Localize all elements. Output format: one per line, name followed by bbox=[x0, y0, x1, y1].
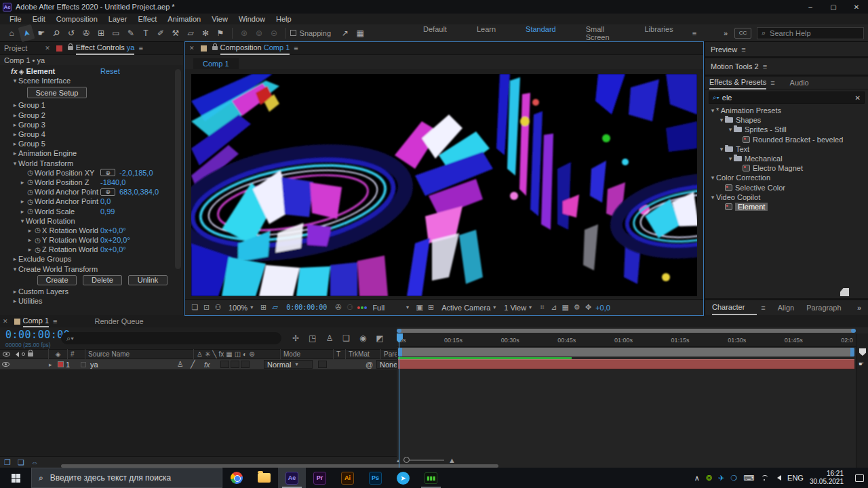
twirl-icon[interactable]: ▸ bbox=[12, 150, 18, 157]
work-area-bar[interactable] bbox=[398, 348, 854, 357]
viewer-timecode[interactable]: 0:00:00:00 bbox=[282, 304, 331, 311]
pan-behind-tool-icon[interactable]: ⊞ bbox=[94, 26, 108, 40]
wifi-icon[interactable] bbox=[760, 475, 768, 481]
snap-line-icon[interactable]: ↗ bbox=[338, 26, 353, 40]
taskbar-app-telegram[interactable]: ➤ bbox=[389, 468, 417, 488]
puppet-pin-tool-icon[interactable]: ⚑ bbox=[213, 26, 228, 40]
scrollbar[interactable] bbox=[175, 69, 181, 269]
view-axis-mode-icon[interactable]: ⊝ bbox=[267, 26, 281, 40]
eraser-tool-icon[interactable]: ▱ bbox=[183, 26, 198, 40]
effect-row-element[interactable]: fx◈ElementReset bbox=[0, 66, 183, 76]
menu-edit[interactable]: Edit bbox=[27, 15, 51, 23]
camera-dropdown[interactable]: Active Camera▾ bbox=[438, 304, 499, 312]
timeline-search-field[interactable]: ⌕▾ bbox=[61, 332, 281, 344]
taskbar-app-green-app[interactable]: ▮▮▮ bbox=[417, 468, 445, 488]
panel-menu-icon[interactable]: ≡ bbox=[138, 44, 142, 52]
layer-visibility-icon[interactable] bbox=[2, 362, 9, 367]
layer-fx-icon[interactable]: fx bbox=[204, 359, 220, 370]
tab-composition[interactable]: Composition Comp 1 bbox=[220, 42, 290, 55]
camera-nav-icon[interactable]: ✥ bbox=[583, 303, 594, 312]
always-preview-icon[interactable]: ❏ bbox=[189, 303, 201, 312]
transparency-grid-icon[interactable]: ⊞ bbox=[425, 303, 437, 312]
frame-blending-icon[interactable]: ❑ bbox=[342, 333, 350, 343]
panel-menu-icon[interactable]: ≡ bbox=[761, 304, 765, 312]
type-tool-icon[interactable]: T bbox=[138, 26, 153, 40]
layer-row-ya[interactable]: ▸ 1 ya ♙ ╱ fx Normal▾ @ No bbox=[0, 359, 397, 370]
workspace-standard[interactable]: Standard bbox=[511, 25, 571, 41]
menu-help[interactable]: Help bbox=[271, 15, 297, 23]
tab-effects-presets[interactable]: Effects & Presets bbox=[709, 77, 766, 89]
audio-column-icon[interactable] bbox=[13, 352, 19, 357]
source-name-column[interactable]: Source Name bbox=[85, 349, 194, 359]
comp-marker-icon[interactable] bbox=[859, 348, 866, 356]
preview-panel-header[interactable]: Preview≡ bbox=[705, 42, 868, 56]
menu-layer[interactable]: Layer bbox=[103, 15, 133, 23]
menu-window[interactable]: Window bbox=[233, 15, 271, 23]
choose-grid-icon[interactable]: ⊞ bbox=[258, 303, 269, 312]
twirl-icon[interactable]: ▸ bbox=[12, 140, 18, 147]
stopwatch-icon[interactable]: ◷ bbox=[33, 226, 42, 234]
draft-3d-icon[interactable]: ⊿ bbox=[548, 303, 559, 312]
transfer-controls-icon[interactable]: ❏ bbox=[18, 458, 24, 467]
effect-row-group-2[interactable]: ▸Group 2 bbox=[0, 110, 183, 120]
twirl-icon[interactable]: ▾ bbox=[19, 218, 26, 224]
magnification-dropdown[interactable]: 100%▾ bbox=[225, 304, 256, 312]
preset-row-selective-color[interactable]: Selective Color bbox=[705, 183, 868, 192]
preset-row--animation-presets[interactable]: ▾* Animation Presets bbox=[705, 106, 868, 115]
label-column-icon[interactable]: ◈ bbox=[49, 349, 68, 359]
stopwatch-icon[interactable]: ◷ bbox=[33, 237, 42, 244]
menu-composition[interactable]: Composition bbox=[51, 15, 103, 23]
effect-row-group-1[interactable]: ▸Group 1 bbox=[0, 100, 183, 110]
effect-row-world-position-xy[interactable]: ◷World Position XY⊕-2,0,185,0 bbox=[0, 168, 183, 178]
timeline-zoom-control[interactable]: ▴ ▲ bbox=[397, 456, 456, 464]
layer-twirl-icon[interactable]: ▸ bbox=[49, 359, 56, 370]
shape-tool-icon[interactable]: ▭ bbox=[108, 26, 123, 40]
home-icon[interactable]: ⌂ bbox=[4, 26, 19, 40]
tray-chevron-icon[interactable]: ∧ bbox=[694, 474, 700, 483]
effect-row-world-anchor-point[interactable]: ▸◷World Anchor Point0,0 bbox=[0, 197, 183, 206]
preset-row-electro-magnet[interactable]: Electro Magnet bbox=[705, 163, 868, 173]
stopwatch-icon[interactable]: ◷ bbox=[26, 178, 35, 186]
search-help-field[interactable]: ⌕ Search Help bbox=[757, 27, 864, 39]
zoom-in-icon[interactable]: ▲ bbox=[448, 456, 456, 464]
effect-row-world-transform[interactable]: ▾World Transform bbox=[0, 159, 183, 168]
twirl-icon[interactable]: ▸ bbox=[26, 237, 33, 243]
clock[interactable]: 16:21 30.05.2021 bbox=[810, 470, 844, 486]
main-viewer-icon[interactable]: ⊡ bbox=[201, 303, 212, 312]
lock-icon[interactable] bbox=[212, 46, 218, 50]
lock-icon[interactable] bbox=[68, 46, 73, 50]
effect-row-scene-interface[interactable]: ▾Scene Interface bbox=[0, 76, 183, 85]
draft-3d-icon[interactable]: ◳ bbox=[309, 333, 316, 343]
roto-brush-tool-icon[interactable]: ✻ bbox=[198, 26, 213, 40]
view-layout-dropdown[interactable]: 1 View▾ bbox=[500, 304, 535, 312]
property-value[interactable]: -2,0,185,0 bbox=[119, 169, 153, 177]
take-snapshot-icon[interactable]: ✇ bbox=[332, 303, 344, 312]
trkmat-column[interactable]: TrkMat bbox=[346, 349, 381, 359]
close-tab-icon[interactable]: ✕ bbox=[45, 45, 50, 52]
viewer-tab-comp1[interactable]: Comp 1 bbox=[193, 58, 239, 69]
effect-row-group-3[interactable]: ▸Group 3 bbox=[0, 120, 183, 129]
selection-tool-icon[interactable]: ➤ bbox=[18, 24, 35, 41]
zoom-slider-thumb[interactable] bbox=[403, 457, 410, 463]
lock-column-icon[interactable] bbox=[28, 352, 33, 357]
stopwatch-icon[interactable]: ◷ bbox=[26, 207, 35, 215]
scene-setup-button[interactable]: Scene Setup bbox=[27, 87, 87, 98]
effect-row-world-rotation[interactable]: ▾World Rotation bbox=[0, 216, 183, 226]
minimize-icon[interactable]: – bbox=[799, 0, 822, 14]
delete-button[interactable]: Delete bbox=[83, 275, 122, 285]
tab-paragraph[interactable]: Paragraph bbox=[806, 304, 853, 312]
taskbar-app-explorer[interactable] bbox=[250, 468, 278, 488]
stopwatch-icon[interactable]: ◷ bbox=[26, 169, 35, 176]
taskbar-app-photoshop[interactable]: Ps bbox=[361, 468, 389, 488]
graph-editor-icon[interactable]: ◩ bbox=[376, 333, 383, 343]
twirl-icon[interactable]: ▸ bbox=[19, 198, 26, 205]
clone-stamp-tool-icon[interactable]: ⚒ bbox=[168, 26, 183, 40]
fast-previews-icon[interactable]: ⚙ bbox=[571, 303, 583, 312]
preset-row-element[interactable]: Element bbox=[705, 202, 868, 211]
resolution-dropdown[interactable]: Full▾ bbox=[369, 304, 412, 312]
twirl-icon[interactable]: ▸ bbox=[12, 131, 18, 138]
twirl-icon[interactable]: ▾ bbox=[12, 266, 18, 272]
taskbar-app-chrome[interactable] bbox=[222, 468, 250, 488]
preset-row-text[interactable]: ▾Text bbox=[705, 144, 868, 154]
twirl-icon[interactable]: ▸ bbox=[12, 288, 18, 295]
